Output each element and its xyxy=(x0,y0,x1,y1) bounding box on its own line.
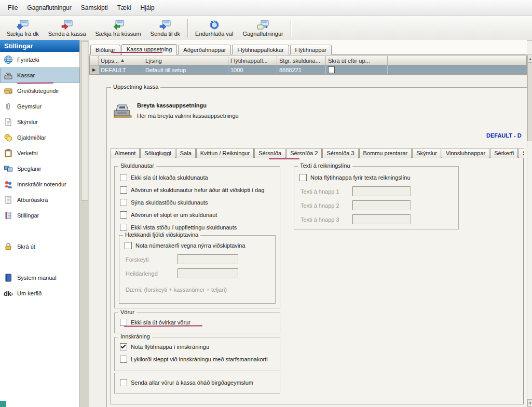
tab-bommu-prentarar[interactable]: Bommu prentarar xyxy=(359,148,412,158)
tab-flytihnappar[interactable]: Flýtihnappar xyxy=(290,45,332,55)
checkbox-row: Nota flýtihnappa fyrir texta reikningslí… xyxy=(299,174,454,181)
tab-flytihnappaflokkar[interactable]: Flýtihnappaflokkar xyxy=(232,45,289,55)
group-senda-allar-vorur: Senda allar vörur á kassa óháð birgðagey… xyxy=(114,373,280,394)
menu-file[interactable]: File xyxy=(3,2,22,13)
checkbox-syna-skuldastodu[interactable] xyxy=(120,199,127,206)
toolbar-label: Senda til dk xyxy=(151,31,180,37)
toolbar-button-gagnaflutningur[interactable]: Gagnaflutningur xyxy=(238,16,288,40)
sidebar-item-geymslur[interactable]: Geymslur xyxy=(0,99,79,114)
checkbox-label: Sýna skuldastöðu skuldunauts xyxy=(131,199,208,206)
texti-a-hnapp-3-input xyxy=(352,214,411,224)
menu-taeki[interactable]: Tæki xyxy=(113,2,136,13)
checkbox-label: Nota flýtihnappa í innskráningu xyxy=(131,344,209,350)
tab-serkerfi[interactable]: Sérkerfi xyxy=(490,148,518,158)
tab-vinnsluhnappar[interactable]: Vinnsluhnappar xyxy=(442,148,489,158)
tab-adgerdahnappar[interactable]: Aðgerðahnappar xyxy=(178,45,231,55)
checkbox-advorun-ef-skuldunautur[interactable] xyxy=(120,186,127,194)
sidebar-item-speglanir[interactable]: Speglanir xyxy=(0,161,79,177)
tab-almennt[interactable]: Almennt xyxy=(111,148,140,158)
checkbox-ekki-vista-stodu[interactable] xyxy=(120,224,127,231)
grid-header-stgr-skulduna[interactable]: Stgr. skulduna... xyxy=(277,56,326,65)
left-scrollbar-thumb[interactable] xyxy=(81,42,88,201)
sidebar-item-label: Greiðslutegundir xyxy=(17,88,59,94)
sidebar-item-atburdaskra[interactable]: Atburðaskrá xyxy=(0,192,79,208)
detail-tab-strip: Almennt Sölugluggi Sala Kvittun / Reikni… xyxy=(111,146,524,158)
tab-kvittun-reikningur[interactable]: Kvittun / Reikningur xyxy=(196,148,254,158)
checkbox-senda-allar-vorur[interactable] xyxy=(120,379,127,386)
toolbar-button-saekja-fra-kossum[interactable]: Sækja frá kössum xyxy=(91,16,146,40)
checkbox-nota-flytihnappa-innskraning[interactable] xyxy=(120,343,127,350)
panel-title: Breyta kassauppsetningu xyxy=(137,102,207,108)
tab-serkerfi-2[interactable]: Sérkerfi 2 xyxy=(519,148,524,158)
field-row: Forskeyti xyxy=(126,254,275,264)
scrollbar-thumb[interactable] xyxy=(527,62,532,141)
globe-icon xyxy=(3,55,13,64)
grid-header-lysing[interactable]: Lýsing xyxy=(143,56,228,65)
sidebar-item-skyrslur[interactable]: Skýrslur xyxy=(0,114,79,130)
sidebar-item-label: Um kerfið xyxy=(17,290,42,296)
book-icon xyxy=(3,273,13,282)
checkbox-nota-numerakerfi[interactable] xyxy=(125,242,132,249)
scroll-down-icon[interactable]: ▼ xyxy=(527,399,532,407)
tab-sala[interactable]: Sala xyxy=(176,148,196,158)
tab-sersnida-3[interactable]: Sérsníða 3 xyxy=(322,148,358,158)
group-skuldunautar: Skuldunautar Ekki sía út lokaða skulduna… xyxy=(114,166,280,308)
sidebar-item-skra-ut[interactable]: Skrá út xyxy=(0,239,79,254)
checkbox-row: Sýna skuldastöðu skuldunauts xyxy=(120,199,276,206)
tab-sersnida-2[interactable]: Sérsníða 2 xyxy=(286,148,322,158)
main-scrollbar[interactable]: ▲ ▼ xyxy=(527,55,532,407)
checkbox-ekki-sia-ut-ovirkar-vorur[interactable] xyxy=(120,319,127,326)
checkbox-row: Aðvörun ef skuldunautur hefur áður átt v… xyxy=(120,186,276,194)
checkbox-ekki-sia-ut-lokada-skuldunauta[interactable] xyxy=(120,174,127,181)
checkbox-advorun-ef-skipt[interactable] xyxy=(120,211,127,219)
toolbar-label: Endurhlaða val xyxy=(195,31,233,37)
grid-header-skra-ut-eftir[interactable]: Skrá út eftir up... xyxy=(326,56,388,65)
checkbox-lykilordi-sleppt[interactable] xyxy=(120,356,127,363)
sidebar-item-label: Skrá út xyxy=(17,243,35,250)
fetch-from-registers-icon xyxy=(112,19,125,30)
sidebar-item-um-kerfid[interactable]: dk› Um kerfið xyxy=(0,286,79,301)
texti-a-hnapp-2-input xyxy=(352,200,411,210)
checkbox-label: Lykilorði sleppt við innskráningu með st… xyxy=(131,356,268,362)
sidebar-item-greidslutegundir[interactable]: Greiðslutegundir xyxy=(0,83,79,99)
tab-sersnida[interactable]: Sérsníða xyxy=(254,148,285,158)
tab-solugluggi[interactable]: Sölugluggi xyxy=(140,148,175,158)
grid-cell-lysing: Default till setup xyxy=(143,65,228,74)
sidebar-item-label: Gjaldmiðlar xyxy=(17,134,46,141)
cash-register-icon xyxy=(3,71,13,80)
sidebar-item-verkefni[interactable]: Verkefni xyxy=(0,145,79,161)
menu-samskipti[interactable]: Samskipti xyxy=(76,2,113,13)
sidebar-item-fyrirtaeki[interactable]: Fyrirtæki xyxy=(0,52,79,67)
checkbox-nota-flytihnappa-texta[interactable] xyxy=(299,174,307,181)
sidebar-item-innskradir-notendur[interactable]: Innskráðir notendur xyxy=(0,177,79,192)
group-title: Skuldunautar xyxy=(118,162,156,169)
tab-kassa-uppsetning[interactable]: Kassa uppsetning xyxy=(121,44,177,55)
grid-header-upps[interactable]: Upps... xyxy=(99,56,143,65)
checkbox-label: Aðvörun ef skuldunautur hefur áður átt v… xyxy=(131,187,264,193)
panel-subtitle: Hér má breyta valinni kassauppsetningu xyxy=(137,113,239,119)
toolbar-button-senda-a-kassa[interactable]: Senda á kassa xyxy=(44,16,91,40)
grid-header-flytihnappafl[interactable]: Flýtihnappafl... xyxy=(228,56,277,65)
sidebar-item-label: Skýrslur xyxy=(17,119,38,125)
sidebar-item-stillingar[interactable]: Stillingar xyxy=(0,208,79,223)
menu-bar: File Gagnaflutningur Samskipti Tæki Hjál… xyxy=(0,0,532,16)
scroll-up-icon[interactable]: ▲ xyxy=(527,55,532,62)
checkbox-skra-ut-eftir-uppfaerslu[interactable] xyxy=(328,66,335,73)
sidebar-item-gjaldmidlar[interactable]: Gjaldmiðlar xyxy=(0,130,79,145)
menu-hjalp[interactable]: Hjálp xyxy=(135,2,159,13)
toolbar-button-senda-til-dk[interactable]: Senda til dk xyxy=(146,16,185,40)
grid-row-default[interactable]: ▶ DEFAULT Default till setup 1000 888822… xyxy=(89,65,527,75)
toolbar-button-saekja-fra-dk[interactable]: Sækja frá dk xyxy=(2,16,44,40)
sidebar-item-label: System manual xyxy=(17,275,57,281)
sidebar-item-system-manual[interactable]: System manual xyxy=(0,270,79,286)
tab-skyrslur[interactable]: Skýrslur xyxy=(412,148,441,158)
sidebar-item-kassar[interactable]: Kassar xyxy=(0,67,79,83)
checkbox-row: Nota númerakerfi vegna nýrra viðskiptavi… xyxy=(125,242,271,249)
checkbox-label: Nota númerakerfi vegna nýrra viðskiptavi… xyxy=(135,242,245,249)
left-scrollbar[interactable] xyxy=(80,40,89,407)
toolbar-button-endurhlada-val[interactable]: Endurhlaða val xyxy=(190,16,238,40)
group-texti-a-reikningslinu: Texti á reikningslínu Nota flýtihnappa f… xyxy=(294,166,459,229)
sidebar-item-label: Fyrirtæki xyxy=(17,57,39,63)
tab-bidlarar[interactable]: Biðlarar xyxy=(90,45,120,55)
menu-gagnaflutningur[interactable]: Gagnaflutningur xyxy=(22,2,76,13)
